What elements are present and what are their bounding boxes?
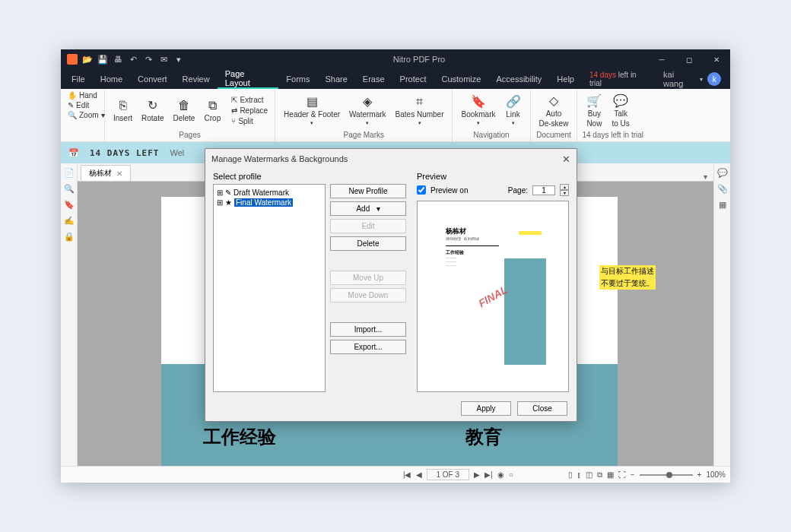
- avatar: k: [707, 72, 721, 86]
- ribbon: ✋Hand ✎Edit 🔍Zoom ▾ ⎘Insert ↻Rotate 🗑Del…: [61, 89, 730, 142]
- bookmarks-panel-icon[interactable]: 🔖: [64, 200, 75, 210]
- delete-button[interactable]: 🗑Delete: [169, 97, 199, 124]
- buy-button[interactable]: 🛒BuyNow: [582, 92, 606, 129]
- email-icon[interactable]: ✉: [157, 52, 170, 66]
- watermark-icon: ◈: [363, 94, 372, 109]
- profile-tree[interactable]: ⊞✎Draft Watermark ⊞★Final Watermark: [213, 184, 326, 392]
- minimize-button[interactable]: ─: [648, 49, 675, 69]
- edit-icon: ✎: [68, 101, 74, 109]
- page-indicator[interactable]: 1 OF 3: [427, 469, 470, 480]
- move-up-button: Move Up: [330, 271, 406, 285]
- close-dialog-button[interactable]: Close: [517, 401, 567, 416]
- menu-protect[interactable]: Protect: [392, 69, 434, 89]
- tab-close-icon[interactable]: ✕: [116, 169, 122, 178]
- dialog-footer: Apply Close: [205, 395, 577, 421]
- close-button[interactable]: ✕: [703, 49, 730, 69]
- menu-forms[interactable]: Forms: [278, 69, 317, 89]
- zoom-out-icon[interactable]: −: [631, 470, 635, 479]
- next-page-icon[interactable]: ▶: [474, 470, 480, 479]
- pages-panel-icon[interactable]: 📄: [64, 168, 75, 178]
- user-menu[interactable]: kai wang ▾ k: [657, 70, 727, 88]
- deskew-icon: ◇: [549, 93, 558, 108]
- extract-button[interactable]: ⇱Extract: [229, 95, 270, 105]
- view-facing2-icon[interactable]: ⧉: [597, 470, 602, 480]
- zoom-slider[interactable]: [640, 474, 693, 476]
- split-button[interactable]: ⑂Split: [229, 116, 270, 126]
- view-single-icon[interactable]: ▯: [568, 470, 573, 479]
- zoom-in-icon[interactable]: +: [697, 470, 702, 479]
- talk-button[interactable]: 💬Talkto Us: [608, 92, 633, 129]
- layers-icon[interactable]: ▦: [719, 200, 726, 210]
- export-button[interactable]: Export...: [330, 340, 406, 354]
- last-page-icon[interactable]: ▶|: [484, 470, 493, 479]
- nav-fwd-icon[interactable]: ○: [509, 470, 513, 479]
- search-panel-icon[interactable]: 🔍: [64, 184, 75, 194]
- bookmark-button[interactable]: 🔖Bookmark▾: [457, 93, 499, 128]
- bates-button[interactable]: ⌗Bates Number▾: [392, 93, 448, 128]
- expand-icon[interactable]: ⊞: [217, 188, 223, 197]
- view-facing-icon[interactable]: ◫: [586, 470, 592, 479]
- menu-convert[interactable]: Convert: [130, 69, 175, 89]
- zoom-level[interactable]: 100%: [706, 470, 726, 479]
- preview-doc-sub: 律师助理 · 欧利商城: [446, 236, 540, 241]
- replace-button[interactable]: ⇄Replace: [229, 106, 270, 116]
- undo-icon[interactable]: ↶: [126, 52, 140, 66]
- deskew-button[interactable]: ◇ Auto De-skew: [535, 90, 573, 130]
- watermark-button[interactable]: ◈Watermark▾: [345, 93, 390, 128]
- page-number-input[interactable]: [532, 185, 555, 195]
- document-tab[interactable]: 杨栋材 ✕: [81, 165, 131, 181]
- secure-panel-icon[interactable]: 🔒: [64, 232, 75, 242]
- prev-page-icon[interactable]: ◀: [416, 470, 422, 479]
- redo-icon[interactable]: ↷: [141, 52, 155, 66]
- tab-overflow-icon[interactable]: ▾: [697, 173, 713, 181]
- menu-help[interactable]: Help: [549, 69, 582, 89]
- open-icon[interactable]: 📂: [81, 52, 94, 66]
- add-button[interactable]: Add ▾: [330, 201, 406, 216]
- view-thumb-icon[interactable]: ▦: [607, 470, 614, 479]
- window-controls: ─ ◻ ✕: [648, 49, 730, 69]
- apply-button[interactable]: Apply: [461, 401, 511, 416]
- menu-share[interactable]: Share: [317, 69, 354, 89]
- profile-final[interactable]: ⊞★Final Watermark: [217, 198, 322, 207]
- import-button[interactable]: Import...: [330, 322, 406, 337]
- attachments-icon[interactable]: 📎: [717, 184, 728, 194]
- new-profile-button[interactable]: New Profile: [330, 184, 406, 198]
- expand-icon[interactable]: ⊞: [217, 198, 223, 207]
- header-footer-button[interactable]: ▤Header & Footer▾: [280, 93, 344, 128]
- zoom-tool[interactable]: 🔍Zoom ▾: [65, 110, 100, 120]
- view-full-icon[interactable]: ⛶: [618, 470, 626, 479]
- nav-back-icon[interactable]: ◉: [497, 470, 504, 479]
- view-continuous-icon[interactable]: ⫿: [577, 470, 581, 479]
- rotate-button[interactable]: ↻Rotate: [138, 97, 167, 124]
- preview-label: Preview: [417, 172, 569, 181]
- link-button[interactable]: 🔗Link▾: [501, 93, 526, 128]
- preview-on-checkbox[interactable]: [417, 185, 426, 195]
- save-icon[interactable]: 💾: [96, 52, 110, 66]
- rotate-icon: ↻: [148, 98, 157, 112]
- edit-tool[interactable]: ✎Edit: [65, 100, 100, 110]
- profile-draft[interactable]: ⊞✎Draft Watermark: [217, 188, 322, 198]
- menu-page-layout[interactable]: Page Layout: [218, 69, 279, 89]
- signature-panel-icon[interactable]: ✍: [64, 216, 75, 226]
- menu-accessibility[interactable]: Accessibility: [488, 69, 549, 89]
- spin-down-icon[interactable]: ▾: [560, 190, 569, 196]
- comments-icon[interactable]: 💬: [717, 168, 728, 178]
- app-window: 📂 💾 🖶 ↶ ↷ ✉ ▾ Nitro PDF Pro ─ ◻ ✕ File H…: [61, 49, 730, 483]
- menu-file[interactable]: File: [64, 69, 93, 89]
- menu-erase[interactable]: Erase: [355, 69, 392, 89]
- menu-home[interactable]: Home: [93, 69, 130, 89]
- maximize-button[interactable]: ◻: [675, 49, 703, 69]
- dialog-close-icon[interactable]: ✕: [562, 154, 570, 165]
- spin-up-icon[interactable]: ▴: [560, 184, 569, 190]
- menu-customize[interactable]: Customize: [434, 69, 488, 89]
- insert-button[interactable]: ⎘Insert: [110, 97, 136, 124]
- header-icon: ▤: [307, 94, 318, 109]
- menu-review[interactable]: Review: [175, 69, 218, 89]
- delete-profile-button[interactable]: Delete: [330, 236, 406, 251]
- crop-button[interactable]: ⧉Crop: [200, 97, 224, 124]
- first-page-icon[interactable]: |◀: [403, 470, 411, 479]
- qat-dropdown-icon[interactable]: ▾: [172, 52, 186, 66]
- page-spinner[interactable]: ▴▾: [560, 184, 569, 196]
- print-icon[interactable]: 🖶: [111, 52, 125, 66]
- hand-tool[interactable]: ✋Hand: [65, 90, 100, 100]
